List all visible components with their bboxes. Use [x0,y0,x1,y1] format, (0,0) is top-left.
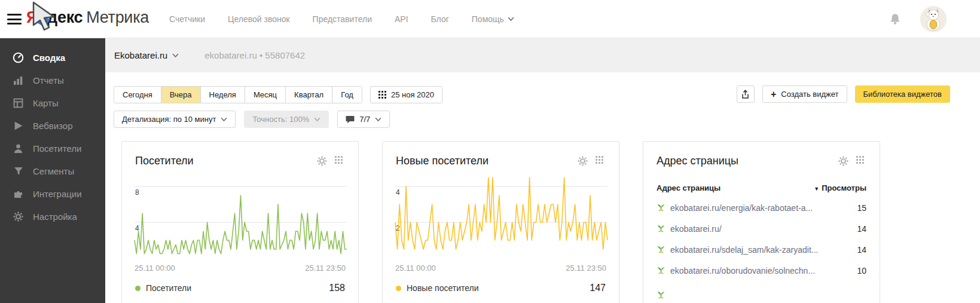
plant-favicon [657,266,665,275]
plant-favicon [657,245,665,254]
page-url-link[interactable]: ekobatarei.ru/energia/kak-rabotaet-a... [670,203,813,213]
nav-item-4[interactable]: Блог [431,14,449,24]
create-widget-button[interactable]: + Создать виджет [762,85,847,103]
page-url-cell[interactable]: ekobatarei.ru/energia/kak-rabotaet-a... [657,203,813,213]
views-cell: 15 [857,203,866,213]
sidebar-item-label: Сегменты [33,166,74,176]
widget-library-button[interactable]: Библиотека виджетов [855,85,951,103]
play-icon [13,120,24,131]
chart-area: 42 [395,176,606,261]
widget-card-0: Посетители 84 25.11 00:00 25.11 23:50 По… [121,141,359,303]
y-axis-label: 4 [396,188,400,197]
table-row: ekobatarei.ru/oborudovanie/solnechn... 1… [657,260,866,281]
widget-library-label: Библиотека виджетов [863,90,942,99]
widgets-row: Посетители 84 25.11 00:00 25.11 23:50 По… [121,141,880,303]
notifications-bell-icon[interactable] [889,12,901,26]
page-url-link[interactable]: ekobatarei.ru/oborudovanie/solnechn... [670,266,815,276]
widget-title: Посетители [135,155,194,167]
widget-title: Адрес страницы [657,155,738,167]
page-url-cell[interactable]: ekobatarei.ru/oborudovanie/solnechn... [657,266,815,276]
nav-item-1[interactable]: Целевой звонок [228,14,290,24]
export-icon [741,90,750,99]
sidebar-item-label: Сводка [33,53,65,63]
app-window: ЯндексМетрика СчетчикиЦелевой звонокПред… [0,0,980,303]
sidebar-item-вебвизор[interactable]: Вебвизор [0,114,105,137]
sidebar-item-label: Карты [33,98,59,108]
widget-gear-icon[interactable] [578,156,588,166]
date-picker-button[interactable]: 25 ноя 2020 [370,86,442,103]
sidebar-item-отчеты[interactable]: Отчеты [0,69,105,91]
sidebar-item-label: Настройка [33,212,77,222]
legend-series[interactable]: Посетители [135,283,191,293]
sidebar-item-настройка[interactable]: Настройка [0,205,105,228]
widget-drag-handle-icon[interactable] [335,156,345,166]
widget-tools [838,156,866,166]
speech-bubble-icon [346,115,355,124]
gear-icon [13,211,24,222]
period-button-0[interactable]: Сегодня [114,87,161,103]
period-button-4[interactable]: Квартал [286,87,332,103]
widget-gear-icon[interactable] [838,156,848,166]
layout-icon [13,97,24,109]
page-url-cell[interactable]: ekobatarei.ru/sdelaj_sam/kak-zaryadit... [657,245,818,255]
nav-item-label: Целевой звонок [228,14,290,24]
legend-total: 147 [590,283,606,293]
user-avatar[interactable] [920,6,947,32]
legend-total: 158 [329,283,345,293]
counter-bar: Ekobatarei.ru ekobatarei.ru • 55807642 [105,38,980,72]
hamburger-menu-icon[interactable] [7,13,22,26]
counter-switcher[interactable]: Ekobatarei.ru [114,50,179,60]
counter-name: Ekobatarei.ru [114,50,167,60]
page-url-link[interactable]: ekobatarei.ru/ [670,224,722,234]
legend-series[interactable]: Новые посетители [396,283,479,293]
widget-tools [578,156,606,166]
views-column-header[interactable]: ▼Просмотры [814,183,866,192]
sidebar-item-интеграции[interactable]: Интеграции [0,182,105,205]
sidebar-item-посетители[interactable]: Посетители [0,137,105,160]
nav-item-2[interactable]: Представители [313,14,372,24]
top-header: ЯндексМетрика СчетчикиЦелевой звонокПред… [0,0,980,38]
sidebar-item-карты[interactable]: Карты [0,91,105,114]
period-button-5[interactable]: Год [332,87,362,103]
page-url-link[interactable]: ekobatarei.ru/sdelaj_sam/kak-zaryadit... [670,245,818,255]
chevron-down-icon [375,117,381,122]
export-button[interactable] [737,85,755,103]
chevron-down-icon [314,117,320,122]
widget-header: Адрес страницы [643,142,880,167]
yandex-metrica-logo[interactable]: ЯндексМетрика [26,8,149,27]
nav-item-5[interactable]: Помощь [472,14,514,24]
widget-actions: + Создать виджет Библиотека виджетов [737,85,950,103]
table-row: ekobatarei.ru/ 14 [657,218,866,239]
sidebar-item-сводка[interactable]: Сводка [0,46,105,69]
url-column-header[interactable]: Адрес страницы [657,183,721,192]
period-button-3[interactable]: Месяц [245,87,286,103]
chart-area: 84 [135,176,346,261]
plant-favicon [657,224,665,233]
sidebar: СводкаОтчетыКартыВебвизорПосетителиСегме… [0,38,105,303]
widget-card-2: Адрес страницы Адрес страницы ▼Просмотры… [643,141,880,303]
page-url-cell[interactable]: ekobatarei.ru/ [657,224,722,234]
counter-details: ekobatarei.ru • 55807642 [204,50,305,60]
widget-gear-icon[interactable] [317,156,327,166]
line-chart: 84 [135,176,347,261]
x-axis-end-label: 25.11 23:50 [566,264,606,273]
nav-item-3[interactable]: API [395,14,408,24]
comments-dropdown[interactable]: 7/7 [337,111,390,128]
table-body: ekobatarei.ru/energia/kak-rabotaet-a... … [657,197,866,303]
detail-dropdown[interactable]: Детализация: по 10 минут [114,111,236,128]
nav-item-label: API [395,14,408,24]
widget-drag-handle-icon[interactable] [596,156,606,166]
nav-item-label: Представители [313,14,372,24]
line-chart: 42 [395,176,607,261]
chart-line[interactable] [135,195,347,254]
widget-drag-handle-icon[interactable] [856,156,866,166]
nav-item-0[interactable]: Счетчики [169,14,205,24]
x-axis-labels: 25.11 00:00 25.11 23:50 [395,264,606,273]
period-button-2[interactable]: Неделя [201,87,245,103]
accuracy-dropdown[interactable]: Точность: 100% [244,111,329,128]
period-button-1[interactable]: Вчера [161,87,201,103]
chevron-down-icon [172,53,179,58]
accuracy-dropdown-label: Точность: 100% [252,115,309,124]
sidebar-item-сегменты[interactable]: Сегменты [0,160,105,182]
chart-line[interactable] [395,177,607,249]
